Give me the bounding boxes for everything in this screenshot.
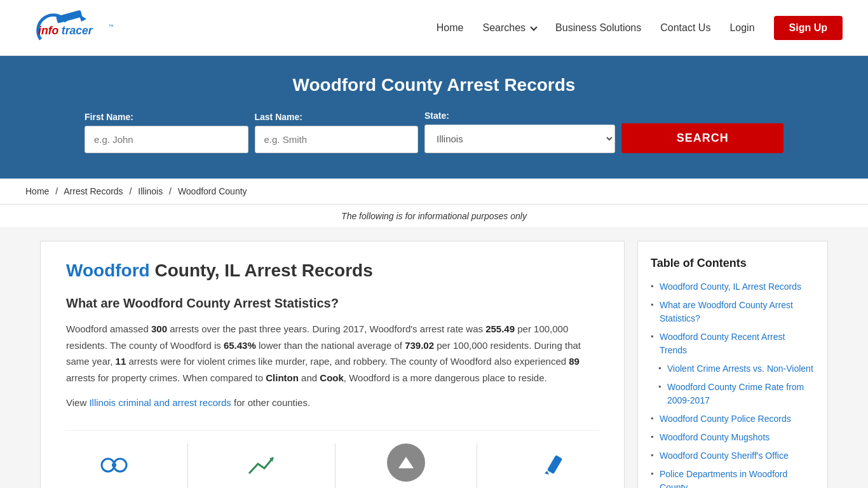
breadcrumb-arrest-records[interactable]: Arrest Records [64, 186, 123, 196]
breadcrumb-sep-2: / [130, 186, 132, 196]
lastname-input[interactable] [255, 126, 419, 153]
lastname-label: Last Name: [255, 112, 419, 122]
toc-list: Woodford County, IL Arrest RecordsWhat a… [651, 280, 815, 488]
icon-handcuffs [92, 444, 136, 488]
view-link-text: View [66, 397, 89, 408]
stat-arrests: 300 [151, 323, 167, 334]
stat-clinton: Clinton [266, 372, 299, 383]
stat-violent: 11 [116, 356, 126, 367]
nav-home[interactable]: Home [437, 22, 464, 34]
search-button[interactable]: SEARCH [621, 123, 783, 153]
handcuffs-icon-circle [92, 444, 136, 488]
hero-section: Woodford County Arrest Records First Nam… [0, 56, 868, 179]
chevron-down-icon [530, 24, 537, 30]
toc-link[interactable]: Woodford County Crime Rate from 2009-201… [667, 382, 804, 405]
toc-link[interactable]: Police Departments in Woodford County [660, 469, 787, 488]
toc-item: Woodford County Recent Arrest Trends [651, 330, 815, 357]
icon-row [66, 430, 599, 488]
trend-icon [244, 448, 279, 483]
toc-link[interactable]: Woodford County Sheriff's Office [660, 451, 789, 461]
signup-button[interactable]: Sign Up [774, 16, 843, 40]
scroll-top-button[interactable] [387, 444, 425, 482]
breadcrumb-sep-1: / [55, 186, 58, 196]
stat-cook: Cook [320, 372, 344, 383]
state-select[interactable]: AlabamaAlaskaArizonaArkansasCaliforniaCo… [424, 125, 615, 153]
toc-link[interactable]: Violent Crime Arrests vs. Non-Violent [667, 363, 813, 374]
state-label: State: [424, 111, 615, 121]
content-area: Woodford County, IL Arrest Records What … [40, 241, 625, 488]
pen-icon [533, 448, 568, 483]
breadcrumb-county: Woodford County [178, 186, 247, 196]
login-button[interactable]: Login [729, 22, 754, 34]
toc-item: Woodford County, IL Arrest Records [651, 280, 815, 294]
trend-icon-circle [240, 444, 284, 488]
title-rest: County, IL Arrest Records [150, 261, 373, 280]
toc-link[interactable]: Woodford County Recent Arrest Trends [660, 332, 785, 355]
stat-property: 89 [569, 356, 580, 367]
view-link-suffix: for other counties. [231, 397, 310, 408]
icon-scroll-top[interactable] [387, 444, 425, 488]
svg-text:info: info [38, 24, 58, 37]
toc-link[interactable]: Woodford County Police Records [660, 414, 791, 424]
hero-title: Woodford County Arrest Records [25, 75, 843, 95]
firstname-label: First Name: [85, 112, 248, 122]
section1-title: What are Woodford County Arrest Statisti… [66, 296, 599, 311]
breadcrumb-home[interactable]: Home [25, 186, 49, 196]
nav-contact-us[interactable]: Contact Us [660, 22, 710, 34]
toc-item: Woodford County Sheriff's Office [651, 449, 815, 463]
toc-item: What are Woodford County Arrest Statisti… [651, 299, 815, 325]
nav-business-solutions[interactable]: Business Solutions [555, 22, 641, 34]
content-title: Woodford County, IL Arrest Records [66, 261, 599, 281]
content-paragraph: Woodford amassed 300 arrests over the pa… [66, 321, 599, 386]
illinois-records-link[interactable]: Illinois criminal and arrest records [89, 397, 231, 408]
breadcrumb-illinois[interactable]: Illinois [138, 186, 163, 196]
svg-rect-7 [112, 463, 116, 467]
firstname-input[interactable] [85, 126, 248, 153]
logo[interactable]: info tracer ™ [25, 9, 127, 47]
svg-marker-10 [545, 471, 549, 475]
search-form: First Name: Last Name: State: AlabamaAla… [85, 111, 783, 153]
info-bar: The following is for informational purpo… [0, 205, 868, 228]
title-highlight: Woodford [66, 261, 150, 280]
handcuffs-icon [97, 448, 132, 483]
breadcrumb-sep-3: / [169, 186, 172, 196]
svg-text:™: ™ [108, 23, 113, 29]
firstname-group: First Name: [85, 112, 248, 153]
icon-trend [240, 444, 284, 488]
sidebar: Table of Contents Woodford County, IL Ar… [637, 241, 828, 488]
arrow-up-icon [398, 457, 414, 468]
header: info tracer ™ Home Searches Business Sol… [0, 0, 868, 56]
view-link-paragraph: View Illinois criminal and arrest record… [66, 395, 599, 411]
svg-marker-1 [79, 14, 86, 22]
toc-item: Woodford County Mugshots [651, 431, 815, 444]
toc-link[interactable]: Woodford County, IL Arrest Records [660, 281, 801, 292]
toc-item: Woodford County Police Records [651, 412, 815, 426]
lastname-group: Last Name: [255, 112, 419, 153]
state-group: State: AlabamaAlaskaArizonaArkansasCalif… [424, 111, 615, 153]
divider-3 [477, 444, 477, 488]
divider-2 [335, 444, 336, 488]
svg-rect-0 [56, 10, 83, 23]
divider-1 [187, 444, 188, 488]
stat-lower: 65.43% [224, 340, 256, 351]
pen-icon-circle [529, 444, 573, 488]
stat-rate: 255.49 [485, 323, 515, 334]
toc-item: Violent Crime Arrests vs. Non-Violent [651, 362, 815, 376]
toc-item: Police Departments in Woodford County [651, 468, 815, 488]
icon-pen [529, 444, 573, 488]
main-nav: Home Searches Business Solutions Contact… [437, 16, 843, 40]
nav-searches[interactable]: Searches [482, 22, 536, 34]
toc-item: Woodford County Crime Rate from 2009-201… [651, 381, 815, 407]
svg-text:tracer: tracer [62, 24, 93, 37]
main-content: Woodford County, IL Arrest Records What … [27, 241, 841, 488]
toc-title: Table of Contents [651, 257, 815, 270]
svg-rect-9 [547, 455, 562, 474]
stat-national: 739.02 [405, 340, 434, 351]
breadcrumb: Home / Arrest Records / Illinois / Woodf… [0, 179, 868, 205]
toc-link[interactable]: What are Woodford County Arrest Statisti… [660, 300, 793, 323]
toc-link[interactable]: Woodford County Mugshots [660, 432, 770, 442]
info-bar-text: The following is for informational purpo… [341, 211, 527, 221]
